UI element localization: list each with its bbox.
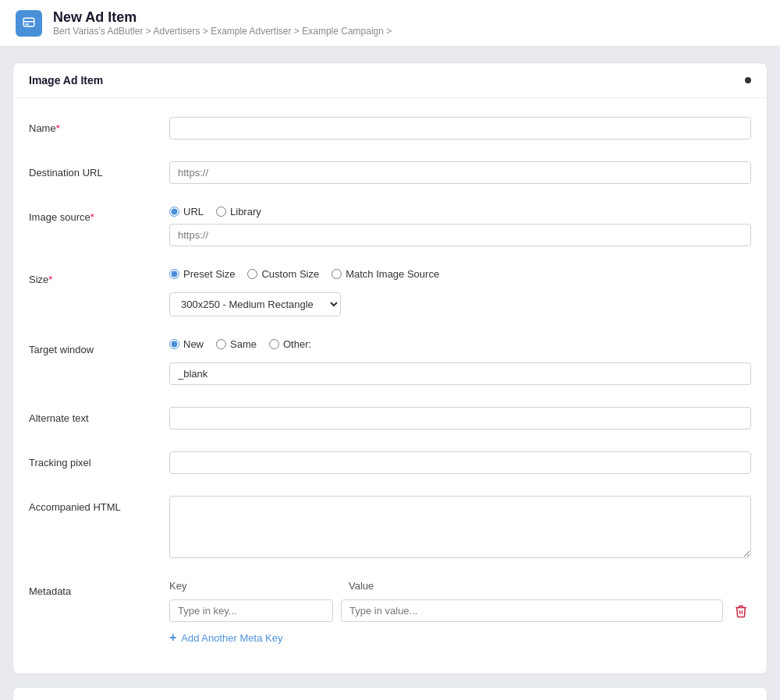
page-titles: New Ad Item Bert Varias's AdButler > Adv… (53, 9, 392, 37)
target-new-radio[interactable] (169, 339, 179, 349)
destination-url-input[interactable] (169, 161, 751, 184)
breadcrumb: Bert Varias's AdButler > Advertisers > E… (53, 26, 392, 37)
alternate-text-control (169, 407, 751, 430)
add-meta-plus-icon: + (169, 631, 176, 644)
size-control: Preset Size Custom Size Match Image Sour… (169, 268, 751, 316)
metadata-control: Key Value (169, 580, 751, 647)
alternate-text-label: Alternate text (29, 407, 154, 424)
add-meta-label: Add Another Meta Key (181, 632, 282, 644)
target-window-label: Target window (29, 338, 154, 355)
size-dropdown[interactable]: 300x250 - Medium Rectangle 728x90 - Lead… (169, 292, 341, 316)
accompanied-html-control (169, 496, 751, 558)
metadata-label: Metadata (29, 580, 154, 597)
size-radio-group: Preset Size Custom Size Match Image Sour… (169, 268, 751, 280)
accompanied-html-row: Accompanied HTML (29, 485, 751, 569)
weighting-card: Weighting + (12, 687, 768, 700)
meta-key-header: Key (169, 580, 341, 592)
target-other-input[interactable] (169, 362, 751, 385)
target-same-option[interactable]: Same (216, 338, 257, 350)
meta-key-input[interactable] (169, 599, 333, 622)
name-input[interactable] (169, 117, 751, 140)
size-label: Size* (29, 268, 154, 285)
trash-icon (734, 604, 748, 618)
target-other-option[interactable]: Other: (269, 338, 311, 350)
image-source-library-radio[interactable] (216, 207, 226, 217)
accompanied-html-textarea[interactable] (169, 496, 751, 558)
target-window-control: New Same Other: (169, 338, 751, 385)
meta-value-input[interactable] (341, 599, 723, 622)
target-window-row: Target window New Same Other (29, 327, 751, 396)
target-new-option[interactable]: New (169, 338, 204, 350)
tracking-pixel-row: Tracking pixel (29, 440, 751, 485)
page-title: New Ad Item (53, 9, 392, 26)
app-icon (16, 10, 42, 37)
image-source-url-option[interactable]: URL (169, 206, 204, 217)
meta-value-header: Value (349, 580, 751, 592)
form-body: Name* Destination URL Image source* (13, 98, 767, 673)
name-row: Name* (29, 106, 751, 150)
size-custom-option[interactable]: Custom Size (247, 268, 319, 280)
svg-rect-1 (26, 23, 30, 25)
main-content: Image Ad Item Name* Destination URL (0, 47, 780, 700)
size-preset-option[interactable]: Preset Size (169, 268, 235, 280)
tracking-pixel-control (169, 451, 751, 474)
image-source-url-radio[interactable] (169, 207, 179, 217)
destination-url-label: Destination URL (29, 161, 154, 179)
name-label: Name* (29, 117, 154, 134)
target-same-radio[interactable] (216, 339, 226, 349)
destination-url-control (169, 161, 751, 184)
name-control (169, 117, 751, 140)
tracking-pixel-label: Tracking pixel (29, 451, 154, 468)
image-source-radio-group: URL Library (169, 206, 751, 217)
add-another-meta-button[interactable]: + Add Another Meta Key (169, 628, 751, 647)
image-ad-item-title: Image Ad Item (29, 74, 103, 87)
size-row: Size* Preset Size Custom Size (29, 257, 751, 327)
alternate-text-input[interactable] (169, 407, 751, 430)
accompanied-html-label: Accompanied HTML (29, 496, 154, 513)
destination-url-row: Destination URL (29, 150, 751, 195)
size-match-option[interactable]: Match Image Source (332, 268, 439, 280)
tracking-pixel-input[interactable] (169, 451, 751, 474)
size-custom-radio[interactable] (247, 269, 257, 279)
metadata-section: Key Value (169, 580, 751, 647)
image-source-url-input[interactable] (169, 224, 751, 246)
image-source-library-option[interactable]: Library (216, 206, 261, 217)
target-other-radio[interactable] (269, 339, 279, 349)
metadata-row: Metadata Key Value (29, 569, 751, 658)
image-source-label: Image source* (29, 206, 154, 223)
meta-col-headers: Key Value (169, 580, 751, 592)
weighting-header: Weighting + (13, 688, 767, 700)
top-bar: New Ad Item Bert Varias's AdButler > Adv… (0, 0, 780, 47)
image-source-control: URL Library (169, 206, 751, 246)
image-source-row: Image source* URL Library (29, 195, 751, 257)
target-window-radio-group: New Same Other: (169, 338, 751, 385)
image-ad-item-card: Image Ad Item Name* Destination URL (12, 62, 768, 674)
size-dropdown-wrap: 300x250 - Medium Rectangle 728x90 - Lead… (169, 292, 751, 316)
size-preset-radio[interactable] (169, 269, 179, 279)
meta-delete-button[interactable] (731, 601, 751, 621)
alternate-text-row: Alternate text (29, 396, 751, 440)
image-ad-item-header: Image Ad Item (13, 63, 767, 98)
ad-item-icon (22, 16, 36, 30)
metadata-row-1 (169, 599, 751, 622)
size-match-radio[interactable] (332, 269, 342, 279)
header-dot (745, 77, 751, 83)
